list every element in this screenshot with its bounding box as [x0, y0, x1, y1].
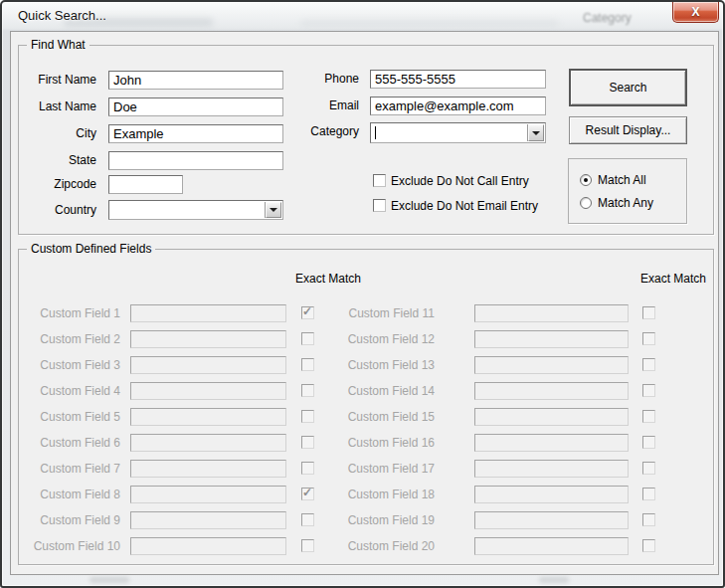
- custom-field-12-exact-checkbox: ✓: [642, 332, 655, 345]
- custom-field-7-label: Custom Field 7: [19, 462, 120, 476]
- custom-field-4-input: [130, 382, 286, 400]
- title-bar[interactable]: Category Quick Search... X: [2, 2, 723, 29]
- match-any-label: Match Any: [598, 196, 653, 211]
- custom-field-20-label: Custom Field 20: [333, 539, 435, 553]
- window-title: Quick Search...: [18, 8, 106, 23]
- zipcode-label: Zipcode: [19, 177, 96, 192]
- custom-fields-legend: Custom Defined Fields: [27, 242, 155, 257]
- custom-field-row: Custom Field 1 ✓ Custom Field 11 ✓: [19, 304, 713, 322]
- exact-match-header-right: Exact Match: [640, 272, 706, 286]
- custom-field-15-input: [474, 408, 629, 426]
- state-input[interactable]: [108, 151, 283, 170]
- custom-field-14-exact-checkbox: ✓: [642, 384, 655, 397]
- custom-field-row: Custom Field 9 ✓ Custom Field 19 ✓: [19, 511, 713, 529]
- glass-ghost-text: Category: [583, 11, 632, 25]
- first-name-input[interactable]: [108, 71, 283, 90]
- custom-field-18-exact-checkbox: ✓: [642, 488, 655, 500]
- custom-field-20-exact-checkbox: ✓: [642, 539, 655, 552]
- state-label: State: [19, 153, 96, 168]
- exclude-do-not-call-label: Exclude Do Not Call Entry: [391, 174, 529, 189]
- custom-field-row: Custom Field 10 ✓ Custom Field 20 ✓: [19, 537, 713, 555]
- custom-field-15-label: Custom Field 15: [333, 410, 435, 424]
- category-label: Category: [260, 124, 359, 139]
- custom-field-17-input: [474, 460, 629, 478]
- match-options-group: Match All Match Any: [568, 158, 687, 224]
- exclude-do-not-email-checkbox[interactable]: ✓: [373, 199, 386, 212]
- custom-field-11-input: [474, 304, 629, 322]
- last-name-label: Last Name: [19, 99, 96, 114]
- find-what-legend: Find What: [27, 38, 90, 53]
- custom-field-6-exact-checkbox: ✓: [301, 436, 314, 449]
- custom-field-14-label: Custom Field 14: [333, 384, 435, 398]
- custom-field-13-input: [474, 356, 629, 374]
- last-name-input[interactable]: [108, 98, 283, 116]
- custom-field-1-exact-checkbox: ✓: [301, 306, 314, 319]
- custom-field-8-exact-checkbox: ✓: [301, 488, 314, 500]
- custom-field-6-input: [130, 434, 286, 452]
- glass-blur-artifact: [300, 20, 559, 27]
- custom-field-4-exact-checkbox: ✓: [301, 384, 314, 397]
- country-combobox[interactable]: [108, 200, 283, 220]
- custom-field-13-label: Custom Field 13: [333, 358, 435, 372]
- glass-blur-artifact: [539, 577, 569, 583]
- check-icon: ✓: [302, 486, 312, 499]
- custom-field-7-input: [130, 460, 286, 478]
- phone-label: Phone: [260, 72, 359, 87]
- custom-field-7-exact-checkbox: ✓: [301, 462, 314, 475]
- custom-field-3-exact-checkbox: ✓: [301, 358, 314, 371]
- city-label: City: [19, 126, 96, 141]
- category-dropdown-button[interactable]: [528, 124, 544, 141]
- match-all-radio[interactable]: [580, 174, 592, 186]
- custom-field-12-label: Custom Field 12: [333, 332, 435, 346]
- quick-search-dialog: Category Quick Search... X Find What Fir…: [0, 0, 725, 588]
- custom-field-10-label: Custom Field 10: [19, 539, 120, 553]
- custom-field-row: Custom Field 6 ✓ Custom Field 16 ✓: [19, 434, 713, 452]
- custom-field-row: Custom Field 8 ✓ Custom Field 18 ✓: [19, 486, 713, 503]
- custom-field-2-exact-checkbox: ✓: [301, 332, 314, 345]
- city-input[interactable]: [108, 124, 283, 143]
- match-any-radio[interactable]: [580, 197, 592, 209]
- close-button[interactable]: X: [672, 2, 719, 23]
- custom-field-19-exact-checkbox: ✓: [642, 513, 655, 526]
- custom-field-16-input: [474, 434, 629, 452]
- custom-field-10-input: [130, 537, 286, 555]
- match-all-label: Match All: [598, 173, 646, 188]
- result-display-button[interactable]: Result Display...: [569, 116, 687, 144]
- country-dropdown-button[interactable]: [266, 202, 281, 218]
- email-label: Email: [260, 98, 359, 113]
- close-icon: X: [691, 5, 699, 19]
- email-input[interactable]: [370, 97, 546, 115]
- custom-field-16-exact-checkbox: ✓: [642, 436, 655, 449]
- custom-field-15-exact-checkbox: ✓: [642, 410, 655, 423]
- custom-field-11-exact-checkbox: ✓: [642, 306, 655, 319]
- custom-field-5-exact-checkbox: ✓: [301, 410, 314, 423]
- dialog-client-area: Find What First Name Last Name City Stat…: [10, 31, 719, 575]
- exclude-do-not-call-checkbox[interactable]: ✓: [373, 174, 386, 187]
- phone-input[interactable]: [370, 70, 546, 89]
- search-button[interactable]: Search: [569, 69, 687, 106]
- search-button-label: Search: [609, 81, 646, 95]
- custom-field-14-input: [474, 382, 629, 400]
- exclude-do-not-email-label: Exclude Do Not Email Entry: [391, 199, 538, 214]
- custom-field-5-label: Custom Field 5: [19, 410, 120, 424]
- custom-field-1-label: Custom Field 1: [19, 306, 120, 320]
- category-combobox[interactable]: [370, 122, 546, 143]
- custom-field-18-input: [474, 486, 629, 503]
- zipcode-input[interactable]: [108, 175, 183, 194]
- custom-field-row: Custom Field 5 ✓ Custom Field 15 ✓: [19, 408, 713, 426]
- custom-field-8-input: [130, 486, 286, 503]
- custom-field-12-input: [474, 330, 629, 348]
- custom-field-9-label: Custom Field 9: [19, 513, 120, 527]
- result-display-button-label: Result Display...: [586, 123, 671, 137]
- custom-field-17-label: Custom Field 17: [333, 462, 435, 476]
- custom-field-17-exact-checkbox: ✓: [642, 462, 655, 475]
- custom-field-11-label: Custom Field 11: [333, 306, 435, 320]
- custom-field-16-label: Custom Field 16: [333, 436, 435, 450]
- chevron-down-icon: [532, 131, 540, 135]
- exact-match-header-left: Exact Match: [295, 272, 361, 286]
- custom-field-row: Custom Field 2 ✓ Custom Field 12 ✓: [19, 330, 713, 348]
- custom-field-2-label: Custom Field 2: [19, 332, 120, 346]
- custom-field-19-label: Custom Field 19: [333, 513, 435, 527]
- custom-field-row: Custom Field 3 ✓ Custom Field 13 ✓: [19, 356, 713, 374]
- custom-field-10-exact-checkbox: ✓: [301, 539, 314, 552]
